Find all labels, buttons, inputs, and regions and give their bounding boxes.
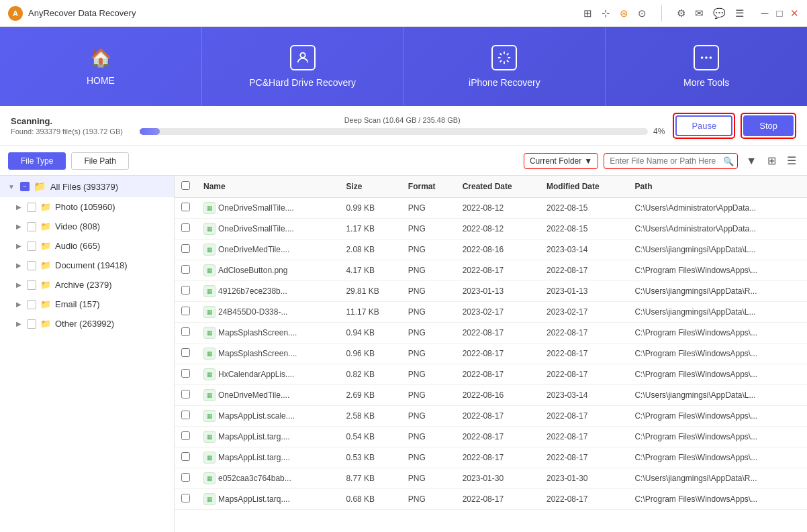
sidebar-item-audio[interactable]: ▶ 📁 Audio (665) xyxy=(0,236,174,256)
folder-icon-video: 📁 xyxy=(40,221,51,231)
row-created: 2022-08-16 xyxy=(456,240,540,260)
col-name: Name xyxy=(197,176,339,198)
row-checkbox[interactable] xyxy=(175,323,197,343)
other-checkbox[interactable] xyxy=(27,319,36,329)
folder-icon-archive: 📁 xyxy=(40,280,51,290)
row-format: PNG xyxy=(401,364,456,385)
video-checkbox[interactable] xyxy=(27,222,36,231)
chevron-right-icon: ▶ xyxy=(16,320,21,327)
sidebar-item-document[interactable]: ▶ 📁 Document (19418) xyxy=(0,256,174,275)
row-size: 0.94 KB xyxy=(339,323,401,343)
row-checkbox[interactable] xyxy=(175,302,197,323)
tab-file-type[interactable]: File Type xyxy=(8,152,66,170)
file-thumbnail: ▦ xyxy=(203,223,216,235)
row-checkbox[interactable] xyxy=(175,427,197,447)
row-created: 2023-01-13 xyxy=(456,281,540,302)
row-name: ▦ HxCalendarAppLis.... xyxy=(197,364,339,385)
archive-checkbox[interactable] xyxy=(27,280,36,290)
row-modified: 2022-08-17 xyxy=(540,364,628,385)
col-created: Created Date xyxy=(456,176,540,198)
discord-icon[interactable]: ⊞ xyxy=(583,7,592,19)
search-input[interactable] xyxy=(604,153,738,169)
list-view-icon[interactable]: ☰ xyxy=(784,152,799,170)
scan-buttons: Pause Stop xyxy=(673,113,796,139)
sidebar-item-photo[interactable]: ▶ 📁 Photo (105960) xyxy=(0,197,174,217)
tab-file-path[interactable]: File Path xyxy=(71,152,128,170)
email-checkbox[interactable] xyxy=(27,300,36,309)
row-checkbox[interactable] xyxy=(175,468,197,489)
close-button[interactable]: ✕ xyxy=(790,9,799,18)
sidebar-item-video[interactable]: ▶ 📁 Video (808) xyxy=(0,217,174,236)
nav-iphone-recovery[interactable]: iPhone Recovery xyxy=(404,27,606,106)
row-checkbox[interactable] xyxy=(175,406,197,427)
svg-point-2 xyxy=(705,56,708,59)
chevron-right-icon: ▶ xyxy=(16,301,21,308)
sidebar-item-email[interactable]: ▶ 📁 Email (157) xyxy=(0,295,174,314)
folder-select-dropdown[interactable]: Current Folder ▼ xyxy=(524,153,598,169)
row-checkbox[interactable] xyxy=(175,260,197,281)
row-checkbox[interactable] xyxy=(175,343,197,364)
table-row: ▦ HxCalendarAppLis.... 0.82 KB PNG 2022-… xyxy=(175,364,807,385)
pause-button[interactable]: Pause xyxy=(675,115,732,136)
row-created: 2022-08-17 xyxy=(456,260,540,281)
row-size: 4.17 KB xyxy=(339,260,401,281)
row-checkbox[interactable] xyxy=(175,489,197,510)
nav-bar: 🏠 HOME PC&Hard Drive Recovery iPhone Rec… xyxy=(0,27,807,106)
row-format: PNG xyxy=(401,489,456,510)
sidebar-label-document: Document (19418) xyxy=(55,260,128,270)
settings-icon[interactable]: ⚙ xyxy=(677,7,685,19)
minimize-button[interactable]: ─ xyxy=(760,9,769,18)
row-checkbox[interactable] xyxy=(175,447,197,468)
row-path: C:\Users\Administrator\AppData... xyxy=(628,219,807,240)
row-checkbox[interactable] xyxy=(175,198,197,219)
share-icon[interactable]: ⊹ xyxy=(602,7,610,19)
stop-button-wrapper: Stop xyxy=(741,113,796,139)
maximize-button[interactable]: □ xyxy=(775,9,784,18)
sidebar-item-archive[interactable]: ▶ 📁 Archive (2379) xyxy=(0,275,174,295)
row-created: 2022-08-12 xyxy=(456,198,540,219)
folder-icon: 📁 xyxy=(34,180,46,193)
sidebar-item-other[interactable]: ▶ 📁 Other (263992) xyxy=(0,314,174,333)
divider xyxy=(661,5,662,21)
table-row: ▦ OneDriveMedTile.... 2.08 KB PNG 2022-0… xyxy=(175,240,807,260)
sidebar-item-all-files[interactable]: ▼ − 📁 All Files (393379) xyxy=(0,176,174,197)
filter-icon[interactable]: ▼ xyxy=(743,152,759,170)
row-modified: 2023-02-17 xyxy=(540,302,628,323)
row-format: PNG xyxy=(401,385,456,406)
nav-home[interactable]: 🏠 HOME xyxy=(0,27,202,106)
nav-pc-recovery[interactable]: PC&Hard Drive Recovery xyxy=(202,27,404,106)
row-format: PNG xyxy=(401,219,456,240)
profile-icon[interactable]: ⊙ xyxy=(638,7,647,19)
row-checkbox[interactable] xyxy=(175,281,197,302)
reward-icon[interactable]: ⊛ xyxy=(620,7,628,19)
row-checkbox[interactable] xyxy=(175,364,197,385)
folder-icon-audio: 📁 xyxy=(40,241,51,251)
photo-checkbox[interactable] xyxy=(27,203,36,212)
menu-icon[interactable]: ☰ xyxy=(735,7,744,19)
row-checkbox[interactable] xyxy=(175,385,197,406)
select-all-checkbox[interactable] xyxy=(181,181,190,190)
document-checkbox[interactable] xyxy=(27,261,36,270)
row-size: 0.96 KB xyxy=(339,343,401,364)
search-icon[interactable]: 🔍 xyxy=(723,156,734,166)
row-name: ▦ MapsAppList.targ.... xyxy=(197,447,339,468)
window-controls: ─ □ ✕ xyxy=(760,9,799,18)
chat-icon[interactable]: 💬 xyxy=(713,7,726,19)
row-name: ▦ OneDriveMedTile.... xyxy=(197,385,339,406)
stop-button[interactable]: Stop xyxy=(743,115,794,136)
row-checkbox[interactable] xyxy=(175,219,197,240)
row-modified: 2022-08-17 xyxy=(540,323,628,343)
svg-point-3 xyxy=(710,56,712,59)
row-format: PNG xyxy=(401,323,456,343)
title-bar-right: ⊞ ⊹ ⊛ ⊙ ⚙ ✉ 💬 ☰ ─ □ ✕ xyxy=(583,5,799,21)
nav-pc-recovery-label: PC&Hard Drive Recovery xyxy=(249,77,356,88)
nav-more-tools[interactable]: More Tools xyxy=(606,27,807,106)
row-created: 2022-08-17 xyxy=(456,406,540,427)
grid-view-icon[interactable]: ⊞ xyxy=(765,152,779,170)
audio-checkbox[interactable] xyxy=(27,242,36,251)
all-files-checkbox[interactable]: − xyxy=(20,182,30,191)
row-checkbox[interactable] xyxy=(175,240,197,260)
row-format: PNG xyxy=(401,468,456,489)
mail-icon[interactable]: ✉ xyxy=(695,7,704,19)
table-row: ▦ 49126b7ece238b... 29.81 KB PNG 2023-01… xyxy=(175,281,807,302)
